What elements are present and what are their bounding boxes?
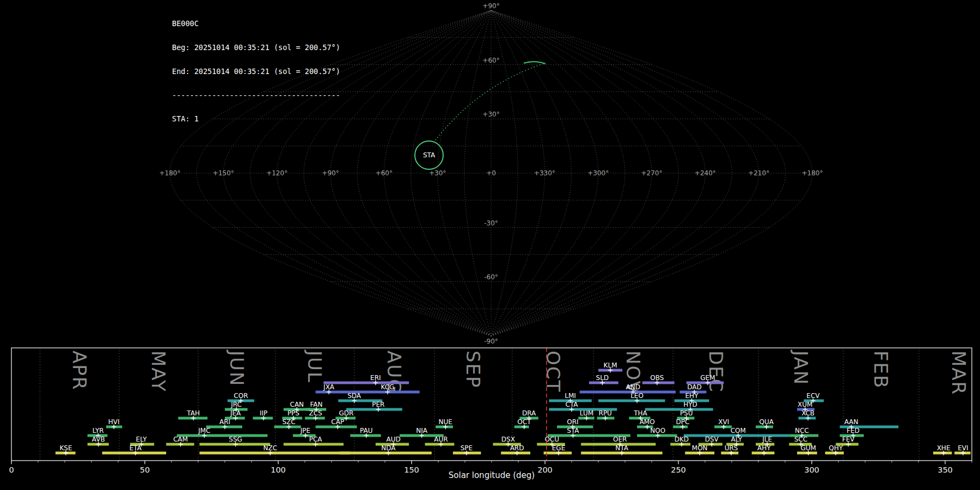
sky-lon-label: +330°	[534, 169, 555, 177]
shower-label: XUM	[798, 401, 812, 408]
shower-label: NDA	[381, 444, 396, 452]
separator-line: --------------------------------------	[172, 91, 340, 100]
shower-label: THA	[633, 409, 647, 417]
shower-label: OCT	[517, 418, 531, 426]
shower-label: SDA	[347, 392, 362, 400]
month-label: JAN	[790, 350, 812, 385]
shower-label: EGE	[552, 444, 565, 452]
radiant-label: STA	[423, 151, 436, 159]
shower-label: ZCS	[309, 409, 322, 417]
shower-label: ELY	[136, 436, 148, 443]
radiant-drift-path	[434, 64, 543, 142]
shower-label: JRC	[230, 401, 242, 408]
shower-label: PCA	[309, 436, 323, 443]
shower-label: DSX	[501, 436, 515, 443]
shower-bar	[514, 426, 529, 428]
shower-label: STA	[567, 427, 579, 434]
shower-label: FEV	[842, 436, 855, 443]
shower-label: KSE	[59, 444, 72, 452]
shower-label: ORI	[567, 418, 578, 426]
shower-label: PPS	[287, 409, 299, 417]
sky-lat-label: +90°	[482, 2, 499, 10]
sky-lon-label: +240°	[695, 169, 716, 177]
shower-label: LMI	[565, 392, 576, 400]
month-label: JUN	[226, 350, 248, 387]
shower-bar	[598, 400, 665, 402]
shower-label: AND	[626, 383, 640, 391]
sky-lon-label: +30°	[429, 169, 446, 177]
sky-lon-label: +90°	[322, 169, 339, 177]
shower-label: CTA	[566, 401, 579, 408]
month-label: FEB	[870, 351, 892, 389]
shower-label: AUD	[387, 436, 401, 443]
shower-label: PAU	[360, 427, 372, 434]
shower-label: COR	[234, 392, 248, 400]
sky-lat-label: +30°	[482, 111, 499, 118]
month-label: JUL	[304, 350, 326, 383]
shower-label: CAP	[331, 418, 344, 426]
shower-label: SLD	[596, 374, 609, 382]
month-label: APR	[69, 351, 90, 390]
month-label: DEC	[705, 351, 727, 393]
shower-label: NTA	[615, 444, 628, 452]
shower-label: GEM	[700, 374, 715, 382]
sky-lon-label: +60°	[376, 169, 393, 177]
shower-bar	[323, 382, 409, 384]
shower-label: OER	[613, 436, 627, 443]
shower-label: NOO	[650, 427, 665, 434]
shower-label: GDR	[339, 409, 354, 417]
shower-bar	[340, 452, 432, 455]
shower-label: SSG	[229, 436, 242, 443]
shower-label: SPE	[461, 444, 473, 452]
shower-label: JMC	[198, 427, 210, 434]
shower-label: LYR	[93, 427, 104, 434]
shower-label: JEA	[230, 409, 241, 417]
shower-label: IIP	[260, 409, 267, 417]
month-label: MAR	[948, 351, 970, 395]
shower-label: ERI	[370, 374, 381, 382]
sky-lat-label: -90°	[484, 338, 498, 345]
sky-lon-label: +180°	[802, 169, 823, 177]
sky-lat-label: -60°	[484, 273, 498, 281]
shower-label: EVI	[958, 444, 968, 452]
shower-label: DSV	[705, 436, 719, 443]
shower-label: ARI	[219, 418, 230, 426]
shower-label: JXA	[323, 383, 335, 391]
shower-label: JPE	[300, 427, 310, 434]
plot-canvas: +180°+150°+120°+90°+60°+30°+0+330°+300°+…	[0, 0, 980, 490]
shower-label: AUR	[434, 436, 448, 443]
shower-label: HYD	[683, 401, 697, 408]
sky-lat-label: +60°	[482, 57, 499, 64]
shower-label: DPC	[676, 418, 689, 426]
shower-label: OBS	[650, 374, 664, 382]
shower-bar	[346, 408, 402, 411]
sta-count-line: STA: 1	[172, 115, 340, 123]
x-axis-title: Solar longitude (deg)	[11, 470, 972, 480]
shower-label: PER	[372, 401, 384, 408]
shower-label: AAN	[844, 418, 859, 426]
shower-bar	[177, 434, 268, 437]
shower-label: ETA	[130, 444, 142, 452]
station-code: BE000C	[172, 20, 340, 28]
shower-label: XHE	[937, 444, 951, 452]
shower-label: LEO	[630, 392, 644, 400]
shower-label: URS	[725, 444, 738, 452]
shower-label: NCC	[795, 427, 809, 434]
shower-label: CAN	[290, 401, 304, 408]
month-label: OCT	[542, 351, 564, 393]
shower-label: FED	[847, 427, 860, 434]
shower-label: NUE	[439, 418, 452, 426]
shower-bar	[645, 408, 713, 411]
shower-label: XCB	[801, 409, 814, 417]
end-time-line: End: 20251014 00:35:21 (sol = 200.57°)	[172, 68, 340, 76]
shower-label: EHY	[685, 392, 699, 400]
sky-lon-label: +0	[486, 169, 496, 177]
shower-label: DRA	[522, 409, 536, 417]
shower-label: NZC	[264, 444, 278, 452]
shower-label: ECV	[806, 392, 820, 400]
shower-label: JLE	[762, 436, 772, 443]
sky-lon-label: +210°	[748, 169, 769, 177]
shower-label: ALY	[731, 436, 742, 443]
beg-time-line: Beg: 20251014 00:35:21 (sol = 200.57°)	[172, 44, 340, 52]
shower-label: ARD	[510, 444, 524, 452]
